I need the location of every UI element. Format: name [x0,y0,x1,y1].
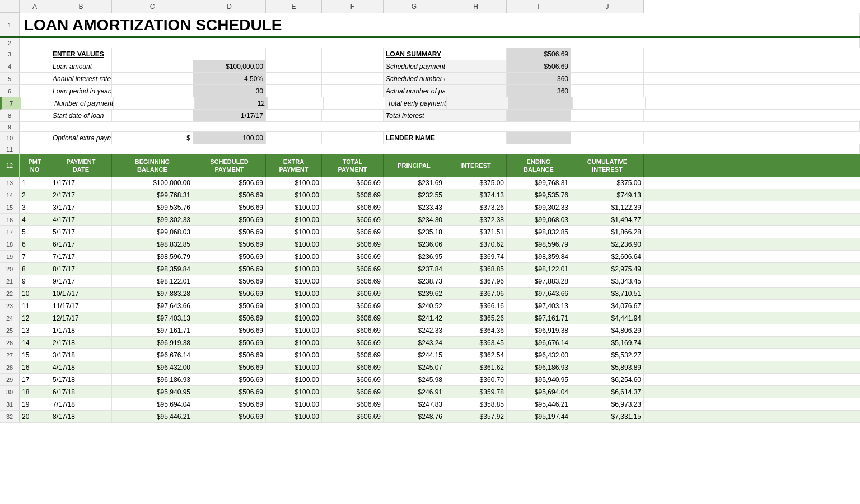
cell-beg-22: $97,883.28 [112,288,193,299]
cell-extra-31: $100.00 [266,398,322,410]
row-num-24: 24 [0,312,20,324]
cell-pmt-no-24: 12 [20,312,50,324]
extra-payments-value[interactable]: 100.00 [193,132,266,144]
row-num-14: 14 [0,189,20,201]
data-row-29: 29 17 5/17/18 $96,186.93 $506.69 $100.00… [0,374,860,386]
start-date-label: Start date of loan [50,110,112,121]
cell-principal-21: $238.73 [384,275,445,287]
row-2: 2 [0,38,860,48]
cell-interest-28: $361.62 [445,361,507,373]
cell-date-16: 4/17/17 [50,214,112,225]
row-num-10: 10 [0,132,20,144]
cell-ending-26: $96,676.14 [507,337,571,348]
cell-pmt-no-16: 4 [20,214,50,225]
cell-date-31: 7/17/18 [50,398,112,410]
scheduled-payment-val: $506.69 [507,60,571,72]
loan-period-label: Loan period in years [50,85,112,97]
lender-name-value[interactable] [507,132,571,144]
row-num-9: 9 [0,122,20,131]
row-num-2: 2 [0,38,20,48]
row-num-7: 7 [2,97,21,109]
data-row-24: 24 12 12/17/17 $97,403.13 $506.69 $100.0… [0,312,860,324]
cell-total-19: $606.69 [322,251,384,262]
row-4: 4 Loan amount $100,000.00 Scheduled paym… [0,60,860,73]
cell-principal-13: $231.69 [384,177,445,189]
cell-beg-21: $98,122.01 [112,275,193,287]
cell-interest-27: $362.54 [445,349,507,361]
cell-interest-24: $365.26 [445,312,507,324]
cell-extra-13: $100.00 [266,177,322,189]
col-header-b: B [50,0,112,13]
row-num-20: 20 [0,263,20,275]
cell-beg-23: $97,643.66 [112,300,193,312]
row-10: 10 Optional extra payments $ 100.00 LEND… [0,132,860,144]
cell-extra-28: $100.00 [266,361,322,373]
cell-total-24: $606.69 [322,312,384,324]
extra-payments-label: Optional extra payments [50,132,112,144]
cell-principal-14: $232.55 [384,189,445,201]
total-early-value [508,97,573,109]
cell-total-20: $606.69 [322,263,384,275]
data-row-27: 27 15 3/17/18 $96,676.14 $506.69 $100.00… [0,349,860,361]
cell-pmt-no-22: 10 [20,288,50,299]
cell-beg-25: $97,161.71 [112,324,193,336]
cell-total-29: $606.69 [322,374,384,385]
cell-beg-18: $98,832.85 [112,238,193,250]
col-header-e: E [266,0,322,13]
cell-total-18: $606.69 [322,238,384,250]
row-num-12: 12 [0,154,20,177]
num-payments-value[interactable]: 12 [195,97,268,109]
sched-payments-value: 360 [507,73,571,84]
cell-total-23: $606.69 [322,300,384,312]
row-num-23: 23 [0,300,20,312]
cell-cum-15: $1,122.39 [571,201,644,213]
cell-total-17: $606.69 [322,226,384,238]
cell-principal-23: $240.52 [384,300,445,312]
cell-pmt-no-31: 19 [20,398,50,410]
loan-amount-value[interactable]: $100,000.00 [193,60,266,72]
cell-principal-17: $235.18 [384,226,445,238]
cell-beg-28: $96,432.00 [112,361,193,373]
cell-principal-27: $244.15 [384,349,445,361]
cell-ending-20: $98,122.01 [507,263,571,275]
cell-sched-16: $506.69 [193,214,266,225]
cell-interest-29: $360.70 [445,374,507,385]
cell-date-22: 10/17/17 [50,288,112,299]
cell-date-19: 7/17/17 [50,251,112,262]
cell-date-29: 5/17/18 [50,374,112,385]
annual-rate-value[interactable]: 4.50% [193,73,266,84]
cell-sched-15: $506.69 [193,201,266,213]
row-num-27: 27 [0,349,20,361]
cell-ending-30: $95,694.04 [507,386,571,398]
row-num-6: 6 [0,85,20,97]
cell-total-28: $606.69 [322,361,384,373]
cell-principal-15: $233.43 [384,201,445,213]
cell-interest-25: $364.36 [445,324,507,336]
cell-extra-17: $100.00 [266,226,322,238]
row-num-28: 28 [0,361,20,373]
cell-sched-27: $506.69 [193,349,266,361]
cell-cum-24: $4,441.94 [571,312,644,324]
cell-cum-21: $3,343.45 [571,275,644,287]
cell-cum-23: $4,076.67 [571,300,644,312]
cell-principal-30: $246.91 [384,386,445,398]
data-row-13: 13 1 1/17/17 $100,000.00 $506.69 $100.00… [0,177,860,189]
cell-beg-19: $98,596.79 [112,251,193,262]
data-row-26: 26 14 2/17/18 $96,919.38 $506.69 $100.00… [0,337,860,349]
cell-sched-30: $506.69 [193,386,266,398]
cell-date-26: 2/17/18 [50,337,112,348]
data-row-20: 20 8 8/17/17 $98,359.84 $506.69 $100.00 … [0,263,860,275]
loan-period-value[interactable]: 30 [193,85,266,97]
cell-total-32: $606.69 [322,411,384,422]
cell-sched-25: $506.69 [193,324,266,336]
data-row-15: 15 3 3/17/17 $99,535.76 $506.69 $100.00 … [0,201,860,214]
cell-pmt-no-21: 9 [20,275,50,287]
cell-date-24: 12/17/17 [50,312,112,324]
cell-pmt-no-14: 2 [20,189,50,201]
cell-extra-22: $100.00 [266,288,322,299]
start-date-value[interactable]: 1/17/17 [193,110,266,121]
th-interest: INTEREST [445,154,507,177]
cell-cum-26: $5,169.74 [571,337,644,348]
cell-total-26: $606.69 [322,337,384,348]
data-row-14: 14 2 2/17/17 $99,768.31 $506.69 $100.00 … [0,189,860,201]
